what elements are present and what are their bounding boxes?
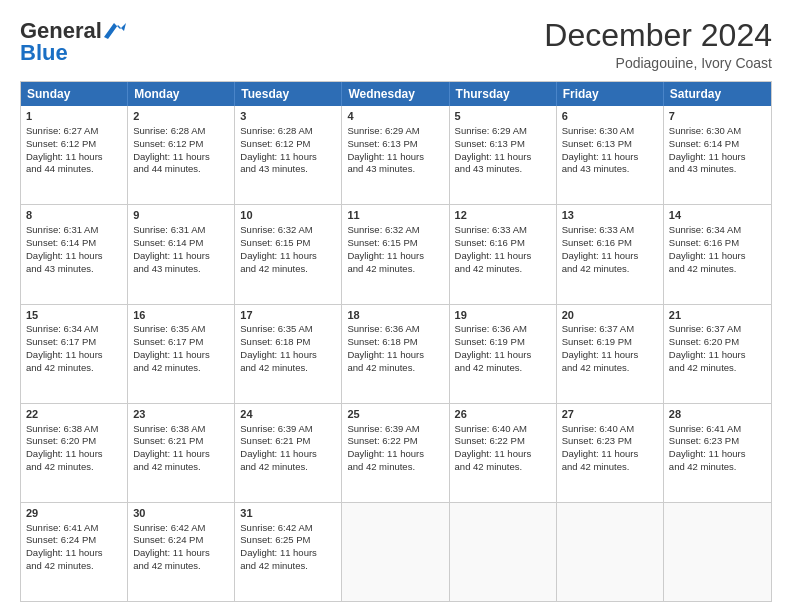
header-thursday: Thursday bbox=[450, 82, 557, 106]
day-number: 16 bbox=[133, 308, 229, 323]
cal-cell-0-6: 7Sunrise: 6:30 AM Sunset: 6:14 PM Daylig… bbox=[664, 106, 771, 204]
header-wednesday: Wednesday bbox=[342, 82, 449, 106]
cal-cell-1-6: 14Sunrise: 6:34 AM Sunset: 6:16 PM Dayli… bbox=[664, 205, 771, 303]
day-number: 28 bbox=[669, 407, 766, 422]
day-number: 20 bbox=[562, 308, 658, 323]
cal-cell-2-3: 18Sunrise: 6:36 AM Sunset: 6:18 PM Dayli… bbox=[342, 305, 449, 403]
day-info: Sunrise: 6:35 AM Sunset: 6:18 PM Dayligh… bbox=[240, 323, 317, 372]
cal-row-2: 15Sunrise: 6:34 AM Sunset: 6:17 PM Dayli… bbox=[21, 305, 771, 404]
day-info: Sunrise: 6:31 AM Sunset: 6:14 PM Dayligh… bbox=[26, 224, 103, 273]
cal-cell-1-0: 8Sunrise: 6:31 AM Sunset: 6:14 PM Daylig… bbox=[21, 205, 128, 303]
cal-cell-4-2: 31Sunrise: 6:42 AM Sunset: 6:25 PM Dayli… bbox=[235, 503, 342, 601]
day-number: 8 bbox=[26, 208, 122, 223]
header-sunday: Sunday bbox=[21, 82, 128, 106]
cal-cell-2-0: 15Sunrise: 6:34 AM Sunset: 6:17 PM Dayli… bbox=[21, 305, 128, 403]
day-info: Sunrise: 6:31 AM Sunset: 6:14 PM Dayligh… bbox=[133, 224, 210, 273]
day-number: 21 bbox=[669, 308, 766, 323]
day-info: Sunrise: 6:37 AM Sunset: 6:20 PM Dayligh… bbox=[669, 323, 746, 372]
calendar: Sunday Monday Tuesday Wednesday Thursday… bbox=[20, 81, 772, 602]
header-saturday: Saturday bbox=[664, 82, 771, 106]
day-number: 11 bbox=[347, 208, 443, 223]
cal-cell-3-6: 28Sunrise: 6:41 AM Sunset: 6:23 PM Dayli… bbox=[664, 404, 771, 502]
day-number: 3 bbox=[240, 109, 336, 124]
cal-cell-2-1: 16Sunrise: 6:35 AM Sunset: 6:17 PM Dayli… bbox=[128, 305, 235, 403]
cal-cell-3-2: 24Sunrise: 6:39 AM Sunset: 6:21 PM Dayli… bbox=[235, 404, 342, 502]
cal-cell-1-1: 9Sunrise: 6:31 AM Sunset: 6:14 PM Daylig… bbox=[128, 205, 235, 303]
cal-cell-1-5: 13Sunrise: 6:33 AM Sunset: 6:16 PM Dayli… bbox=[557, 205, 664, 303]
day-info: Sunrise: 6:37 AM Sunset: 6:19 PM Dayligh… bbox=[562, 323, 639, 372]
cal-cell-3-3: 25Sunrise: 6:39 AM Sunset: 6:22 PM Dayli… bbox=[342, 404, 449, 502]
logo-bird-icon bbox=[104, 21, 126, 41]
day-info: Sunrise: 6:32 AM Sunset: 6:15 PM Dayligh… bbox=[347, 224, 424, 273]
day-number: 18 bbox=[347, 308, 443, 323]
cal-cell-0-1: 2Sunrise: 6:28 AM Sunset: 6:12 PM Daylig… bbox=[128, 106, 235, 204]
cal-cell-0-4: 5Sunrise: 6:29 AM Sunset: 6:13 PM Daylig… bbox=[450, 106, 557, 204]
day-info: Sunrise: 6:33 AM Sunset: 6:16 PM Dayligh… bbox=[562, 224, 639, 273]
cal-cell-4-1: 30Sunrise: 6:42 AM Sunset: 6:24 PM Dayli… bbox=[128, 503, 235, 601]
day-number: 13 bbox=[562, 208, 658, 223]
day-number: 14 bbox=[669, 208, 766, 223]
day-number: 25 bbox=[347, 407, 443, 422]
day-info: Sunrise: 6:38 AM Sunset: 6:21 PM Dayligh… bbox=[133, 423, 210, 472]
day-info: Sunrise: 6:35 AM Sunset: 6:17 PM Dayligh… bbox=[133, 323, 210, 372]
day-number: 31 bbox=[240, 506, 336, 521]
day-info: Sunrise: 6:33 AM Sunset: 6:16 PM Dayligh… bbox=[455, 224, 532, 273]
logo: General Blue bbox=[20, 18, 126, 66]
cal-cell-2-2: 17Sunrise: 6:35 AM Sunset: 6:18 PM Dayli… bbox=[235, 305, 342, 403]
cal-cell-0-3: 4Sunrise: 6:29 AM Sunset: 6:13 PM Daylig… bbox=[342, 106, 449, 204]
day-info: Sunrise: 6:36 AM Sunset: 6:18 PM Dayligh… bbox=[347, 323, 424, 372]
day-info: Sunrise: 6:34 AM Sunset: 6:17 PM Dayligh… bbox=[26, 323, 103, 372]
cal-cell-4-3 bbox=[342, 503, 449, 601]
day-number: 6 bbox=[562, 109, 658, 124]
day-info: Sunrise: 6:30 AM Sunset: 6:13 PM Dayligh… bbox=[562, 125, 639, 174]
day-info: Sunrise: 6:34 AM Sunset: 6:16 PM Dayligh… bbox=[669, 224, 746, 273]
cal-cell-4-4 bbox=[450, 503, 557, 601]
title-block: December 2024 Podiagouine, Ivory Coast bbox=[544, 18, 772, 71]
logo-blue-text: Blue bbox=[20, 40, 68, 66]
day-number: 2 bbox=[133, 109, 229, 124]
day-info: Sunrise: 6:28 AM Sunset: 6:12 PM Dayligh… bbox=[240, 125, 317, 174]
cal-cell-3-0: 22Sunrise: 6:38 AM Sunset: 6:20 PM Dayli… bbox=[21, 404, 128, 502]
cal-row-3: 22Sunrise: 6:38 AM Sunset: 6:20 PM Dayli… bbox=[21, 404, 771, 503]
location: Podiagouine, Ivory Coast bbox=[544, 55, 772, 71]
cal-cell-0-5: 6Sunrise: 6:30 AM Sunset: 6:13 PM Daylig… bbox=[557, 106, 664, 204]
day-number: 5 bbox=[455, 109, 551, 124]
day-number: 1 bbox=[26, 109, 122, 124]
calendar-header: Sunday Monday Tuesday Wednesday Thursday… bbox=[21, 82, 771, 106]
cal-cell-0-0: 1Sunrise: 6:27 AM Sunset: 6:12 PM Daylig… bbox=[21, 106, 128, 204]
header-friday: Friday bbox=[557, 82, 664, 106]
day-number: 29 bbox=[26, 506, 122, 521]
day-number: 24 bbox=[240, 407, 336, 422]
day-number: 7 bbox=[669, 109, 766, 124]
header: General Blue December 2024 Podiagouine, … bbox=[20, 18, 772, 71]
day-info: Sunrise: 6:29 AM Sunset: 6:13 PM Dayligh… bbox=[347, 125, 424, 174]
day-info: Sunrise: 6:27 AM Sunset: 6:12 PM Dayligh… bbox=[26, 125, 103, 174]
day-info: Sunrise: 6:30 AM Sunset: 6:14 PM Dayligh… bbox=[669, 125, 746, 174]
month-title: December 2024 bbox=[544, 18, 772, 53]
cal-row-0: 1Sunrise: 6:27 AM Sunset: 6:12 PM Daylig… bbox=[21, 106, 771, 205]
cal-cell-1-2: 10Sunrise: 6:32 AM Sunset: 6:15 PM Dayli… bbox=[235, 205, 342, 303]
day-number: 9 bbox=[133, 208, 229, 223]
day-info: Sunrise: 6:40 AM Sunset: 6:23 PM Dayligh… bbox=[562, 423, 639, 472]
cal-cell-1-4: 12Sunrise: 6:33 AM Sunset: 6:16 PM Dayli… bbox=[450, 205, 557, 303]
day-info: Sunrise: 6:42 AM Sunset: 6:25 PM Dayligh… bbox=[240, 522, 317, 571]
day-number: 10 bbox=[240, 208, 336, 223]
day-number: 27 bbox=[562, 407, 658, 422]
cal-cell-4-0: 29Sunrise: 6:41 AM Sunset: 6:24 PM Dayli… bbox=[21, 503, 128, 601]
day-info: Sunrise: 6:36 AM Sunset: 6:19 PM Dayligh… bbox=[455, 323, 532, 372]
cal-cell-2-4: 19Sunrise: 6:36 AM Sunset: 6:19 PM Dayli… bbox=[450, 305, 557, 403]
cal-cell-4-5 bbox=[557, 503, 664, 601]
day-number: 23 bbox=[133, 407, 229, 422]
header-monday: Monday bbox=[128, 82, 235, 106]
day-number: 22 bbox=[26, 407, 122, 422]
cal-cell-4-6 bbox=[664, 503, 771, 601]
svg-marker-0 bbox=[104, 23, 126, 39]
cal-cell-3-1: 23Sunrise: 6:38 AM Sunset: 6:21 PM Dayli… bbox=[128, 404, 235, 502]
day-number: 12 bbox=[455, 208, 551, 223]
day-info: Sunrise: 6:39 AM Sunset: 6:21 PM Dayligh… bbox=[240, 423, 317, 472]
day-info: Sunrise: 6:39 AM Sunset: 6:22 PM Dayligh… bbox=[347, 423, 424, 472]
day-number: 19 bbox=[455, 308, 551, 323]
day-number: 4 bbox=[347, 109, 443, 124]
page: General Blue December 2024 Podiagouine, … bbox=[0, 0, 792, 612]
calendar-body: 1Sunrise: 6:27 AM Sunset: 6:12 PM Daylig… bbox=[21, 106, 771, 601]
